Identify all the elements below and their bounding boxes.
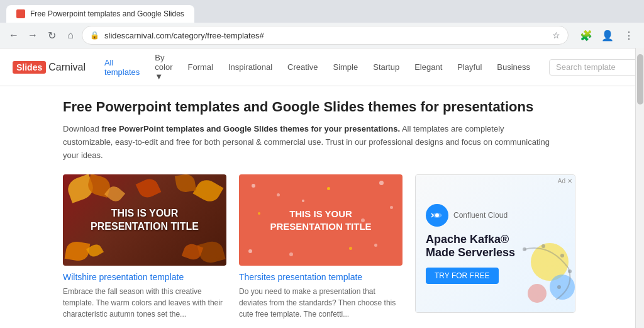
forward-button[interactable]: → <box>25 28 40 43</box>
site-header: Slides Carnival All templates By color ▼… <box>0 48 644 86</box>
main-nav: All templates By color ▼ Formal Inspirat… <box>98 49 536 85</box>
scrollbar-thumb[interactable] <box>637 54 643 105</box>
tab-favicon <box>16 9 25 18</box>
search-input[interactable] <box>556 62 644 72</box>
nav-startup[interactable]: Startup <box>367 59 406 76</box>
template-desc-thersites: Do you need to make a presentation that … <box>239 286 402 320</box>
template-card-wiltshire[interactable]: THIS IS YOUR PRESENTATION TITLE Wiltshir… <box>63 174 226 320</box>
scrollbar-track[interactable] <box>635 48 644 328</box>
nav-creative[interactable]: Creative <box>281 59 324 76</box>
template-thumbnail-wiltshire: THIS IS YOUR PRESENTATION TITLE <box>63 174 226 266</box>
nav-by-color[interactable]: By color ▼ <box>148 49 179 85</box>
nav-elegant[interactable]: Elegant <box>408 59 448 76</box>
url-text: slidescarnival.com/category/free-templat… <box>104 31 547 40</box>
svg-point-3 <box>528 284 547 303</box>
active-tab[interactable]: Free Powerpoint templates and Google Sli… <box>6 5 194 23</box>
browser-controls: ← → ↻ ⌂ 🔒 slidescarnival.com/category/fr… <box>0 23 644 48</box>
page-title: Free Powerpoint templates and Google Sli… <box>63 99 581 115</box>
thumb-text-wiltshire: THIS IS YOUR PRESENTATION TITLE <box>91 207 199 234</box>
browser-icon-group: 🧩 👤 ⋮ <box>577 26 638 44</box>
ad-cta-button[interactable]: TRY FOR FREE <box>426 268 499 284</box>
browser-chrome: Free Powerpoint templates and Google Sli… <box>0 0 644 48</box>
svg-point-0 <box>435 213 439 217</box>
template-thumbnail-thersites: THIS IS YOUR PRESENTATION TITLE <box>239 174 402 266</box>
tab-bar: Free Powerpoint templates and Google Sli… <box>0 0 644 23</box>
svg-point-5 <box>541 244 545 248</box>
nav-business[interactable]: Business <box>491 59 536 76</box>
thumb-line2: PRESENTATION TITLE <box>91 220 199 234</box>
menu-button[interactable]: ⋮ <box>620 26 638 44</box>
ad-logo: Confluent Cloud <box>426 204 508 227</box>
svg-point-4 <box>523 247 526 251</box>
ad-decoration-svg <box>499 237 575 312</box>
tab-title: Free Powerpoint templates and Google Sli… <box>30 9 184 18</box>
back-button[interactable]: ← <box>6 28 21 43</box>
thumb-coral: THIS IS YOUR PRESENTATION TITLE <box>239 174 402 266</box>
search-box[interactable]: 🔍 <box>549 59 644 76</box>
template-title-thersites: Thersites presentation template <box>239 272 402 282</box>
profile-button[interactable]: 👤 <box>599 26 616 44</box>
lock-icon: 🔒 <box>90 31 99 40</box>
nav-inspirational[interactable]: Inspirational <box>222 59 279 76</box>
logo-slides: Slides <box>13 61 46 74</box>
templates-grid: THIS IS YOUR PRESENTATION TITLE Wiltshir… <box>63 174 581 320</box>
thumb-line1: THIS IS YOUR <box>91 207 199 220</box>
nav-all-templates[interactable]: All templates <box>98 54 146 81</box>
desc-bold: free PowerPoint templates and Google Sli… <box>101 124 400 133</box>
thumb-text-thersites: THIS IS YOUR PRESENTATION TITLE <box>270 208 371 232</box>
ad-close-icon[interactable]: ✕ <box>567 178 572 184</box>
svg-point-8 <box>557 285 561 289</box>
ad-label: Ad <box>558 178 565 184</box>
nav-simple[interactable]: Simple <box>326 59 364 76</box>
reload-button[interactable]: ↻ <box>44 28 59 43</box>
main-content: Free Powerpoint templates and Google Sli… <box>0 86 644 328</box>
logo-carnival: Carnival <box>48 62 86 73</box>
template-title-wiltshire: Wiltshire presentation template <box>63 272 226 282</box>
ad-badge: Ad ✕ <box>558 178 572 184</box>
page-description: Download free PowerPoint templates and G… <box>63 123 553 162</box>
desc-normal: Download <box>63 124 101 133</box>
thumb-autumn: THIS IS YOUR PRESENTATION TITLE <box>63 174 226 266</box>
template-card-thersites[interactable]: THIS IS YOUR PRESENTATION TITLE Thersite… <box>239 174 402 320</box>
star-icon: ☆ <box>552 30 560 40</box>
thumb-line2-thersites: PRESENTATION TITLE <box>270 220 371 233</box>
address-bar[interactable]: 🔒 slidescarnival.com/category/free-templ… <box>82 26 569 45</box>
extensions-button[interactable]: 🧩 <box>577 26 595 44</box>
svg-point-6 <box>560 254 564 257</box>
svg-point-2 <box>550 274 575 300</box>
nav-playful[interactable]: Playful <box>451 59 488 76</box>
home-button[interactable]: ⌂ <box>63 28 78 43</box>
ad-card[interactable]: Ad ✕ Confluent Cloud Apache Kafka® <box>415 174 575 313</box>
thumb-line1-thersites: THIS IS YOUR <box>270 208 371 220</box>
svg-point-7 <box>568 269 572 273</box>
site-logo[interactable]: Slides Carnival <box>13 61 86 74</box>
nav-formal[interactable]: Formal <box>182 59 219 76</box>
ad-logo-icon <box>426 204 448 227</box>
template-desc-wiltshire: Embrace the fall season with this creati… <box>63 286 226 320</box>
ad-brand-name: Confluent Cloud <box>453 211 508 220</box>
